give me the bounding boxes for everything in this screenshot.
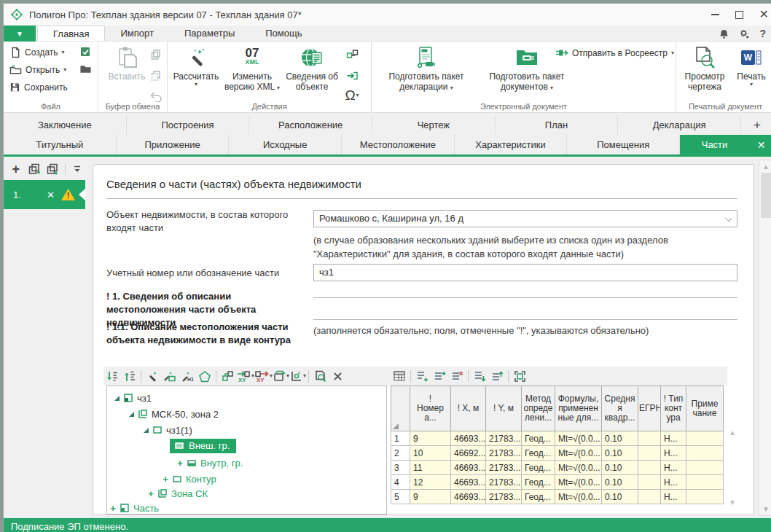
col-header-y[interactable]: ! Y, м	[486, 386, 522, 431]
tree-expanded-icon[interactable]	[144, 428, 149, 433]
table-cell[interactable]: Mt=√(0.0...	[555, 475, 602, 490]
table-view-icon[interactable]	[391, 368, 408, 384]
table-cell[interactable]: Геод...	[522, 431, 555, 446]
table-cell[interactable]: 21783...	[486, 431, 522, 446]
table-cell[interactable]: Геод...	[522, 446, 555, 461]
col-header-x[interactable]: ! X, м	[451, 386, 486, 431]
tab-postroeniya[interactable]: Построения	[127, 115, 250, 135]
table-cell[interactable]: 9	[410, 431, 451, 446]
open-folder-button[interactable]	[79, 63, 92, 74]
col-header-formulas[interactable]: Формулы, применен ные для...	[555, 386, 602, 431]
import-xy-button[interactable]: XY▾	[236, 370, 254, 383]
paste-button[interactable]: Вставить	[106, 45, 148, 82]
expand-table-icon[interactable]	[511, 368, 528, 384]
col-header-contour-type[interactable]: ! Тип конт ура	[661, 386, 686, 431]
tree-expanded-icon[interactable]	[114, 396, 120, 401]
scroll-down-icon[interactable]: ▼	[759, 505, 771, 513]
table-cell[interactable]: 46693...	[451, 431, 486, 446]
table-cell[interactable]: 11	[410, 461, 451, 475]
open-button[interactable]: Открыть▾	[9, 64, 66, 75]
col-header-rmse[interactable]: Средня я квадр...	[602, 386, 638, 431]
tree-collapsed-icon[interactable]: +	[163, 474, 168, 485]
copy-part-button[interactable]	[45, 161, 60, 177]
delete-part-icon[interactable]: ✕	[47, 189, 55, 200]
table-cell[interactable]	[638, 431, 661, 446]
table-cell[interactable]: 46692...	[451, 446, 486, 461]
table-cell[interactable]	[686, 461, 724, 475]
tree-node-new-part[interactable]: + Часть	[110, 501, 159, 515]
tab-raspolozhenie[interactable]: Расположение	[249, 115, 372, 135]
table-cell[interactable]	[686, 475, 724, 490]
change-xml-version-button[interactable]: 07XML Изменить версию XML ▾	[223, 45, 281, 92]
tab-mestopolozhenie[interactable]: Местоположение	[342, 135, 455, 154]
table-cell[interactable]: Геод...	[522, 475, 555, 490]
tree-node-sk-zone[interactable]: + Зона СК	[148, 486, 208, 501]
import-arrow-icon[interactable]	[344, 68, 360, 84]
col-header-note[interactable]: Приме чание	[686, 386, 724, 431]
polygon-icon[interactable]	[196, 368, 214, 384]
tab-titulnyj[interactable]: Титульный	[4, 135, 117, 154]
table-cell[interactable]: Mt=√(0.0...	[555, 431, 602, 446]
tree-collapsed-icon[interactable]: +	[110, 503, 116, 514]
tab-deklaratsiya[interactable]: Декларация	[618, 115, 741, 135]
table-cell[interactable]: 0.10	[602, 490, 638, 504]
table-cell[interactable]: Mt=√(0.0...	[555, 490, 602, 504]
table-cell[interactable]	[638, 475, 661, 490]
tree-collapsed-icon[interactable]: +	[148, 488, 154, 499]
col-header-method[interactable]: Метод опреде лени...	[522, 386, 555, 431]
table-cell[interactable]: Геод...	[522, 461, 555, 475]
add-part-button[interactable]: +	[8, 161, 23, 177]
col-header-number[interactable]: ! Номер а...	[410, 386, 451, 431]
row-number-header[interactable]	[391, 386, 410, 431]
app-menu-button[interactable]: ▼	[4, 26, 36, 42]
table-scroll-up-icon[interactable]: ▲	[729, 429, 736, 437]
tab-zaklyuchenie[interactable]: Заключение	[4, 115, 127, 135]
preview-contour-icon[interactable]	[311, 368, 329, 384]
renumber-down-icon[interactable]	[103, 368, 121, 384]
table-cell[interactable]: 0.10	[602, 446, 638, 461]
table-cell[interactable]	[686, 446, 724, 461]
scroll-thumb[interactable]	[761, 173, 771, 218]
maximize-button[interactable]	[735, 11, 743, 19]
tree-node-inner-boundary[interactable]: + Внутр. гр.	[177, 455, 243, 470]
export-xy-button[interactable]: XY▾	[254, 370, 273, 383]
tab-kharakteristiki[interactable]: Характеристики	[455, 135, 568, 154]
table-cell[interactable]: Н...	[661, 475, 686, 490]
notifications-bell-icon[interactable]	[719, 28, 729, 39]
table-cell[interactable]: 0.10	[602, 475, 638, 490]
scroll-up-icon[interactable]: ▲	[759, 163, 771, 171]
help-icon[interactable]: ?	[759, 28, 766, 39]
object-select[interactable]: Ромашково с, Каширина ул, 16 д	[313, 210, 737, 227]
create-from-template-button[interactable]	[79, 46, 92, 58]
table-cell[interactable]: Геод...	[522, 490, 555, 504]
table-cell[interactable]	[686, 431, 724, 446]
wand-rectangle-icon[interactable]	[161, 368, 179, 384]
send-to-rosreestr-button[interactable]: Отправить в Росреестр▾	[555, 47, 674, 58]
close-section-icon[interactable]: ✕	[749, 135, 771, 154]
prepare-declaration-package-button[interactable]: Подготовить пакет декларации ▾	[377, 45, 475, 92]
table-cell[interactable]	[638, 446, 661, 461]
table-cell[interactable]: Н...	[661, 490, 686, 504]
table-cell[interactable]: 21783...	[486, 490, 522, 504]
tree-node-outer-boundary[interactable]: Внеш. гр.	[170, 437, 236, 454]
insert-row-icon[interactable]	[431, 368, 448, 384]
move-row-down-icon[interactable]	[471, 368, 488, 384]
part-number-input[interactable]: чз1	[313, 264, 737, 281]
drawing-preview-button[interactable]: Просмотр чертежа	[681, 45, 729, 92]
tab-chertezh[interactable]: Чертеж	[372, 115, 496, 135]
tab-import[interactable]: Импорт	[105, 26, 168, 41]
table-cell[interactable]: Mt=√(0.0...	[555, 446, 602, 461]
structure-icon[interactable]	[344, 47, 360, 63]
auto-fill-wand-icon[interactable]	[144, 368, 161, 384]
table-cell[interactable]: Н...	[661, 431, 686, 446]
object-info-button[interactable]: Сведения об объекте	[284, 45, 340, 92]
transform-contour-button[interactable]: ▾	[273, 370, 289, 383]
table-cell[interactable]: Н...	[661, 446, 686, 461]
table-cell[interactable]: Mt=√(0.0...	[555, 461, 602, 475]
page-scrollbar[interactable]: ▲ ▼	[759, 160, 771, 516]
add-section-button[interactable]: +	[741, 115, 771, 135]
print-button[interactable]: W Печать ▾	[733, 45, 770, 87]
copy-format-icon[interactable]	[148, 68, 164, 84]
tree-expanded-icon[interactable]	[129, 412, 134, 417]
tree-node-cs-zone[interactable]: МСК-50, зона 2	[129, 407, 219, 421]
